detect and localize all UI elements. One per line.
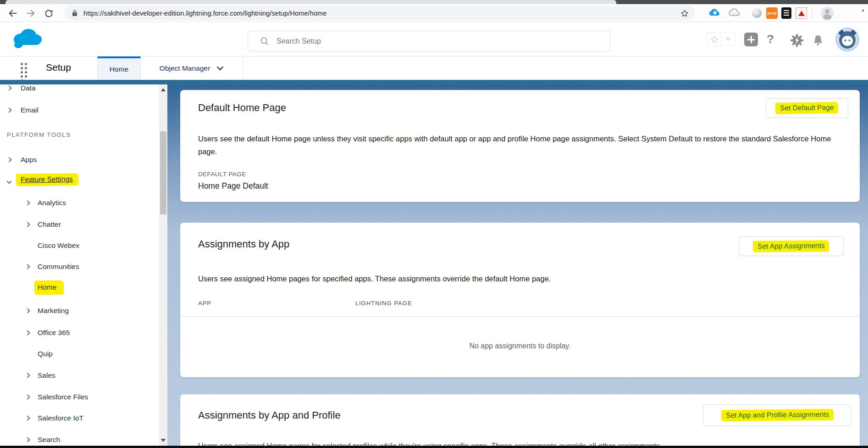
scroll-down-icon[interactable] <box>161 439 166 442</box>
global-actions-icon[interactable] <box>744 33 758 46</box>
sidebar-item-label: Analytics <box>38 199 66 207</box>
sidebar-item-label: Communities <box>38 263 79 271</box>
sidebar-item-label[interactable]: Feature Settings <box>21 175 73 183</box>
sidebar-item-label: Search <box>38 436 60 444</box>
help-icon[interactable]: ? <box>767 32 774 46</box>
favorites-star-icon[interactable] <box>708 33 721 46</box>
sidebar-item-label: Salesforce Files <box>38 393 88 401</box>
sidebar-item-label: Marketing <box>38 307 69 315</box>
card-description: Users see the default Home page unless t… <box>198 132 833 158</box>
toolbar-divider <box>812 9 812 18</box>
set-app-assignments-button[interactable]: Set App Assignments <box>739 236 844 256</box>
card-title: Assignments by App and Profile <box>198 409 341 421</box>
card-title: Default Home Page <box>198 102 286 114</box>
setup-sidebar: Data Email PLATFORM TOOLS Apps Feature S… <box>0 84 159 448</box>
bookmark-star-icon[interactable] <box>680 9 689 20</box>
reload-icon[interactable] <box>43 7 55 19</box>
main-panel: Default Home Page Set Default Page Users… <box>167 84 868 448</box>
table-divider <box>180 316 860 317</box>
sidebar-item-label: Salesforce IoT <box>38 414 83 422</box>
chevron-right-icon <box>6 107 11 112</box>
chevron-right-icon <box>25 394 30 399</box>
browser-profile-avatar[interactable] <box>821 7 834 20</box>
setup-navbar: Setup Home Object Manager <box>0 56 868 80</box>
default-page-label: DEFAULT PAGE <box>198 171 246 178</box>
tab-object-manager[interactable]: Object Manager <box>141 56 243 80</box>
content-region: Data Email PLATFORM TOOLS Apps Feature S… <box>0 84 868 448</box>
button-label: Set Default Page <box>775 102 838 114</box>
browser-menu-icon[interactable] <box>862 9 864 12</box>
chevron-right-icon <box>25 264 30 269</box>
bottom-edge-bar <box>0 446 868 448</box>
sidebar-item-label: Chatter <box>38 220 61 229</box>
chevron-right-icon <box>25 437 30 442</box>
empty-state-text: No app assignments to display. <box>180 342 860 350</box>
scroll-up-icon[interactable] <box>161 88 166 91</box>
chevron-right-icon <box>6 85 11 90</box>
sidebar-item-label[interactable]: Home <box>38 283 56 291</box>
favorites-button-group[interactable] <box>707 32 735 46</box>
highlight-marker: Feature Settings <box>16 173 78 186</box>
tab-home-label: Home <box>110 65 128 73</box>
chevron-right-icon <box>25 330 30 335</box>
tab-home[interactable]: Home <box>97 56 141 80</box>
forward-icon[interactable] <box>25 7 37 19</box>
back-icon[interactable] <box>7 7 19 19</box>
extension-adobe-pdf-icon[interactable] <box>796 7 807 19</box>
tab-object-manager-label: Object Manager <box>160 64 210 73</box>
default-page-value: Home Page Default <box>198 181 268 191</box>
browser-active-tab[interactable] <box>6 0 616 4</box>
lock-icon[interactable] <box>72 10 78 18</box>
card-description: Users see assigned Home pages for specif… <box>198 272 833 285</box>
card-assignments-by-app: Assignments by App Set App Assignments U… <box>180 223 860 377</box>
extension-cloud-lock-icon[interactable] <box>709 7 721 18</box>
column-header-lightning-page: LIGHTNING PAGE <box>355 300 412 307</box>
setup-gear-icon[interactable] <box>790 33 804 50</box>
chevron-down-icon <box>216 66 224 71</box>
card-default-home-page: Default Home Page Set Default Page Users… <box>180 90 860 202</box>
browser-toolbar: https://sakthivel-developer-edition.ligh… <box>0 4 868 22</box>
salesforce-header: ? <box>0 22 868 56</box>
chevron-right-icon <box>25 415 30 420</box>
chevron-right-icon <box>25 373 30 378</box>
browser-tab-strip <box>0 0 868 4</box>
sidebar-item-label: Office 365 <box>38 329 70 337</box>
extension-sphere-icon[interactable] <box>752 8 762 18</box>
sidebar-item-label: Data <box>21 84 36 92</box>
highlight-marker: Home <box>34 280 64 295</box>
extension-pexip-icon[interactable]: pexip <box>766 7 778 19</box>
button-label: Set App and Profile Assignments <box>721 409 833 422</box>
user-avatar[interactable] <box>835 28 859 51</box>
chevron-right-icon <box>25 222 30 227</box>
chevron-down-icon <box>6 179 11 184</box>
sidebar-item-label: Cisco Webex <box>38 241 79 250</box>
sidebar-item-label: Quip <box>38 350 53 358</box>
app-launcher-waffle-icon[interactable] <box>21 63 33 74</box>
sidebar-item-label: Sales <box>38 371 55 380</box>
address-bar[interactable]: https://sakthivel-developer-edition.ligh… <box>64 6 695 20</box>
extension-docs-icon[interactable] <box>781 7 791 19</box>
card-title: Assignments by App <box>198 238 289 250</box>
column-header-app: APP <box>198 300 211 307</box>
extension-cloud-icon[interactable] <box>729 7 741 18</box>
header-actions: ? <box>0 22 868 56</box>
notifications-bell-icon[interactable] <box>812 34 824 50</box>
scrollbar-thumb[interactable] <box>160 131 166 214</box>
chevron-right-icon <box>25 200 30 205</box>
set-default-page-button[interactable]: Set Default Page <box>766 98 848 118</box>
sidebar-section-platform-tools: PLATFORM TOOLS <box>7 131 71 138</box>
button-label: Set App Assignments <box>753 240 829 252</box>
url-text[interactable]: https://sakthivel-developer-edition.ligh… <box>83 10 326 17</box>
screen: https://sakthivel-developer-edition.ligh… <box>0 0 868 448</box>
setup-app-label: Setup <box>46 62 71 73</box>
set-app-and-profile-assignments-button[interactable]: Set App and Profile Assignments <box>703 404 851 426</box>
card-assignments-by-app-and-profile: Assignments by App and Profile Set App a… <box>180 394 860 448</box>
chevron-right-icon <box>25 308 30 313</box>
sidebar-scrollbar[interactable] <box>159 84 167 448</box>
nav-bottom-border <box>0 80 868 84</box>
favorites-dropdown-icon[interactable] <box>721 33 735 46</box>
sidebar-item-label: Apps <box>21 156 37 164</box>
chevron-right-icon <box>6 157 11 162</box>
sidebar-item-label: Email <box>21 106 39 114</box>
pexip-label: pexip <box>768 11 777 15</box>
